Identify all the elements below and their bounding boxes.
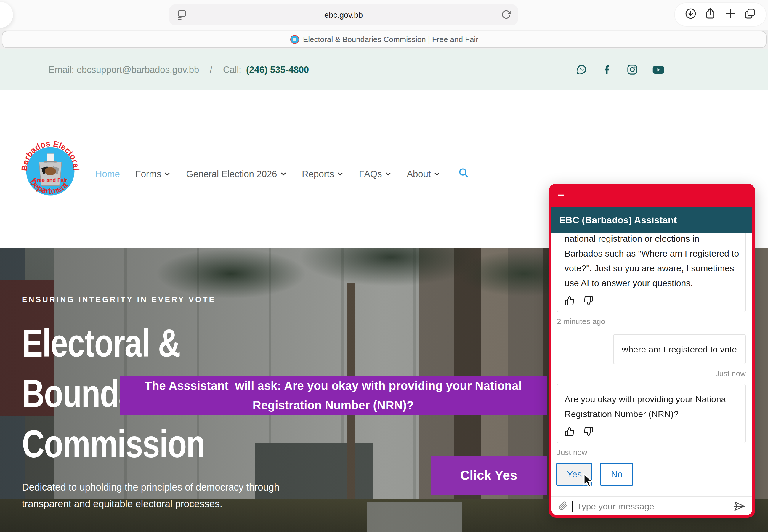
url-text: ebc.gov.bb xyxy=(169,10,518,19)
downloads-icon[interactable] xyxy=(685,7,697,22)
whatsapp-icon[interactable] xyxy=(576,64,587,75)
chat-message-list[interactable]: national registration or elections in Ba… xyxy=(551,233,752,496)
window-edge-button[interactable] xyxy=(0,2,13,28)
hero-title-line3: Commission xyxy=(22,419,245,469)
phone-number[interactable]: (246) 535-4800 xyxy=(246,64,309,75)
hero-description: Dedicated to upholding the principles of… xyxy=(22,479,300,512)
tab-title: Electoral & Boundaries Commission | Free… xyxy=(303,35,478,44)
address-bar[interactable]: ebc.gov.bb xyxy=(169,4,518,25)
user-message-row: where am I registered to vote xyxy=(557,334,746,364)
safari-window: ebc.gov.bb xyxy=(0,0,768,532)
chat-widget: – EBC (Barbados) Assistant national regi… xyxy=(549,184,755,518)
bot-message-text: national registration or elections in Ba… xyxy=(565,233,739,288)
chat-input-row xyxy=(551,496,752,515)
email-label: Email: ebcsupport@barbados.gov.bb xyxy=(49,64,199,75)
youtube-icon[interactable] xyxy=(652,64,665,75)
social-links xyxy=(576,64,665,75)
site-favicon xyxy=(290,35,299,44)
click-yes-button[interactable]: Click Yes xyxy=(431,456,547,495)
contact-info: Email: ebcsupport@barbados.gov.bb / Call… xyxy=(49,64,309,75)
chat-header: EBC (Barbados) Assistant xyxy=(551,207,752,233)
chevron-down-icon xyxy=(164,171,171,177)
toolbar-buttons xyxy=(675,3,766,26)
nav-item-forms[interactable]: Forms xyxy=(135,169,171,179)
message-feedback xyxy=(565,427,739,437)
browser-toolbar: ebc.gov.bb xyxy=(0,0,768,30)
facebook-icon[interactable] xyxy=(601,64,613,75)
site-contact-bar: Email: ebcsupport@barbados.gov.bb / Call… xyxy=(0,49,768,90)
chevron-down-icon xyxy=(337,171,344,177)
thumb-down-icon[interactable] xyxy=(583,427,594,437)
active-tab[interactable]: Electoral & Boundaries Commission | Free… xyxy=(2,31,767,48)
thumb-up-icon[interactable] xyxy=(565,427,575,437)
tab-overview-icon[interactable] xyxy=(744,7,756,22)
new-tab-icon[interactable] xyxy=(724,7,736,22)
assistant-promo-banner: The Asssistant will ask: Are you okay wi… xyxy=(120,376,547,415)
email-address[interactable]: ebcsupport@barbados.gov.bb xyxy=(77,64,199,74)
chevron-down-icon xyxy=(434,171,440,177)
hero-eyebrow: ENSURING INTEGRITY IN EVERY VOTE xyxy=(22,295,300,304)
quick-reply-no[interactable]: No xyxy=(600,463,634,486)
send-icon[interactable] xyxy=(733,500,745,512)
paperclip-icon[interactable] xyxy=(559,501,567,511)
bot-message: Are you okay with providing your Nationa… xyxy=(557,384,746,443)
nav-item-general-election-2026[interactable]: General Election 2026 xyxy=(186,169,287,179)
main-navigation: Home Forms General Election 2026 Reports… xyxy=(95,167,469,181)
bot-message-text: Are you okay with providing your Nationa… xyxy=(565,394,728,419)
nav-item-faqs[interactable]: FAQs xyxy=(359,169,392,179)
text-caret xyxy=(572,500,573,512)
nav-item-about[interactable]: About xyxy=(407,169,440,179)
chevron-down-icon xyxy=(280,171,286,177)
hero-title-line1: Electoral & xyxy=(22,318,245,368)
search-icon[interactable] xyxy=(458,167,469,181)
logo-center-text: Free and Fair xyxy=(33,177,67,183)
message-timestamp: Just now xyxy=(557,369,746,378)
site-logo[interactable]: Barbados Electoral Department Free and F… xyxy=(20,140,81,202)
chat-title: EBC (Barbados) Assistant xyxy=(559,215,677,226)
chevron-down-icon xyxy=(385,171,391,177)
tab-strip: Electoral & Boundaries Commission | Free… xyxy=(0,30,768,49)
thumb-down-icon[interactable] xyxy=(583,296,594,306)
refresh-icon[interactable] xyxy=(501,9,511,22)
chat-body: national registration or elections in Ba… xyxy=(551,233,752,515)
message-timestamp: Just now xyxy=(557,448,746,457)
thumb-up-icon[interactable] xyxy=(565,296,575,306)
call-label: Call: xyxy=(223,64,241,75)
chat-minimize-button[interactable]: – xyxy=(557,187,564,201)
user-message: where am I registered to vote xyxy=(613,334,746,364)
nav-item-reports[interactable]: Reports xyxy=(302,169,344,179)
message-timestamp: 2 minutes ago xyxy=(557,317,746,326)
share-icon[interactable] xyxy=(705,7,716,22)
message-feedback xyxy=(565,296,739,306)
mouse-cursor xyxy=(583,473,594,489)
chat-message-input[interactable] xyxy=(577,501,729,511)
instagram-icon[interactable] xyxy=(627,64,638,75)
separator: / xyxy=(210,64,212,75)
bot-message: national registration or elections in Ba… xyxy=(557,233,746,312)
nav-item-home[interactable]: Home xyxy=(95,169,120,179)
